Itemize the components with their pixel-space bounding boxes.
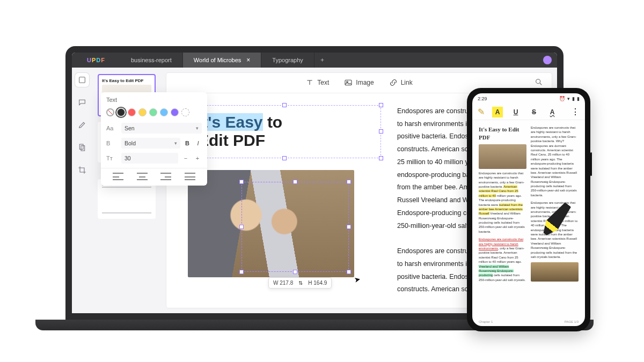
color-swatch[interactable]: [171, 108, 179, 116]
image-crop-frame[interactable]: [241, 182, 349, 272]
resize-handle[interactable]: [293, 270, 297, 274]
tab-world-of-microbes[interactable]: World of Microbes ×: [183, 53, 261, 68]
resize-handle[interactable]: [379, 129, 383, 134]
svg-rect-1: [79, 144, 83, 149]
align-center-button[interactable]: [137, 173, 148, 180]
image-icon: [344, 78, 353, 87]
weight-row-label: B: [106, 140, 118, 146]
phone-doc-title: It's Easy to Edit PDF: [479, 125, 526, 142]
phone-chapter-label: Chapter 1: [479, 320, 493, 324]
resize-handle[interactable]: [347, 225, 351, 229]
resize-handle[interactable]: [282, 156, 287, 160]
strikethrough-button[interactable]: S: [529, 107, 539, 117]
tool-edit-icon[interactable]: [75, 118, 89, 132]
title-rest-1: to: [263, 113, 283, 131]
align-justify-button[interactable]: [185, 173, 195, 180]
phone-annotate-toolbar: ✎ A U S A ⋮: [472, 104, 585, 120]
close-icon[interactable]: ×: [246, 56, 250, 64]
svg-rect-0: [79, 77, 85, 83]
highlight-button[interactable]: A: [492, 107, 503, 117]
panel-title: Text: [101, 92, 207, 106]
app-brand: UPDF: [72, 53, 120, 68]
pen-icon[interactable]: ✎: [478, 107, 485, 117]
tool-comment-icon[interactable]: [75, 95, 89, 109]
text-properties-panel[interactable]: Text Aa Sen▾: [101, 92, 207, 186]
tool-pages-icon[interactable]: [75, 141, 89, 154]
size-increase-button[interactable]: +: [193, 155, 202, 161]
phone-doc-image-2: [531, 262, 579, 282]
text-icon: [305, 78, 314, 87]
align-left-button[interactable]: [113, 173, 123, 180]
resize-handle[interactable]: [347, 270, 351, 274]
phone-time: 2:29: [478, 96, 487, 101]
underline-button[interactable]: U: [510, 107, 521, 117]
color-swatch[interactable]: [149, 108, 157, 116]
size-decrease-button[interactable]: −: [181, 155, 190, 161]
align-right-button[interactable]: [160, 173, 171, 180]
phone-status-bar: 2:29 ⏰ ▾ ▮ ▮: [472, 93, 585, 104]
resize-handle[interactable]: [379, 156, 383, 160]
color-swatch[interactable]: [128, 108, 136, 116]
phone-body-text: Endospores are constructs that are highl…: [479, 171, 526, 234]
italic-button[interactable]: I: [194, 140, 202, 146]
resize-handle[interactable]: [239, 180, 244, 184]
resize-handle[interactable]: [379, 103, 383, 107]
tool-link-label: Link: [401, 79, 413, 86]
thumb-title: It's Easy to Edit PDF: [102, 78, 151, 83]
cursor-icon: ➤: [353, 275, 361, 284]
tool-link-button[interactable]: Link: [389, 78, 413, 87]
left-tool-strip: [72, 68, 92, 313]
resize-handle[interactable]: [282, 103, 287, 107]
tool-crop-icon[interactable]: [75, 163, 89, 177]
resize-handle[interactable]: [239, 270, 244, 274]
color-swatch[interactable]: [117, 108, 125, 116]
wifi-icon: ▾: [567, 96, 570, 101]
color-swatch-row: [101, 106, 207, 121]
title-highlighted: It's Easy: [198, 113, 263, 131]
svg-rect-3: [345, 80, 352, 85]
color-picker-icon[interactable]: [181, 108, 189, 116]
resize-handle[interactable]: [347, 180, 351, 184]
battery-icon: ▮: [577, 96, 580, 101]
image-dimensions-readout: W 217.8 ⇅ H 164.9: [268, 277, 332, 289]
tool-image-label: Image: [356, 79, 374, 86]
tab-label: Typography: [272, 57, 303, 63]
no-color-swatch[interactable]: [106, 108, 114, 116]
alarm-icon: ⏰: [559, 96, 565, 101]
bold-button[interactable]: B: [184, 140, 191, 146]
text-align-row: [101, 168, 207, 186]
phone-document-view[interactable]: It's Easy to Edit PDF Endospores are con…: [472, 120, 585, 326]
phone-power-button: [590, 152, 592, 176]
resize-handle[interactable]: [239, 225, 244, 229]
tool-text-button[interactable]: Text: [305, 78, 329, 87]
resize-handle[interactable]: [293, 180, 297, 184]
tab-label: business-report: [131, 57, 172, 63]
font-family-select[interactable]: Sen▾: [121, 123, 202, 134]
phone-doc-image: [479, 144, 526, 169]
font-weight-select[interactable]: Bold▾: [121, 138, 180, 149]
editable-text-box[interactable]: It's Easy to Edit PDF: [188, 105, 381, 158]
avatar[interactable]: [543, 56, 552, 64]
phone-body-text: Endospores are constructs that are highl…: [479, 237, 526, 282]
color-swatch[interactable]: [160, 108, 168, 116]
tab-business-report[interactable]: business-report: [120, 53, 183, 68]
title-line-2: Edit PDF: [198, 131, 265, 149]
phone-mockup: 2:29 ⏰ ▾ ▮ ▮ ✎ A U S A ⋮ It's Easy to Ed…: [467, 88, 590, 331]
size-row-label: Tт: [106, 155, 118, 161]
tab-bar: UPDF business-report World of Microbes ×…: [72, 53, 557, 68]
link-icon: [389, 78, 398, 87]
phone-screen: 2:29 ⏰ ▾ ▮ ▮ ✎ A U S A ⋮ It's Easy to Ed…: [472, 93, 585, 326]
squiggly-button[interactable]: A: [547, 107, 558, 117]
tool-reader-icon[interactable]: [75, 73, 89, 87]
phone-body-text: Endospores are constructs that are highl…: [531, 125, 579, 197]
tool-image-button[interactable]: Image: [344, 78, 374, 87]
font-row-label: Aa: [106, 125, 118, 131]
new-tab-button[interactable]: ＋: [314, 53, 331, 68]
tab-typography[interactable]: Typography: [261, 53, 314, 68]
svg-rect-2: [81, 145, 85, 150]
document-image[interactable]: W 217.8 ⇅ H 164.9 ➤: [188, 170, 381, 277]
search-icon[interactable]: [535, 78, 545, 88]
svg-point-5: [536, 79, 540, 83]
color-swatch[interactable]: [138, 108, 147, 116]
font-size-input[interactable]: 30: [121, 153, 178, 164]
